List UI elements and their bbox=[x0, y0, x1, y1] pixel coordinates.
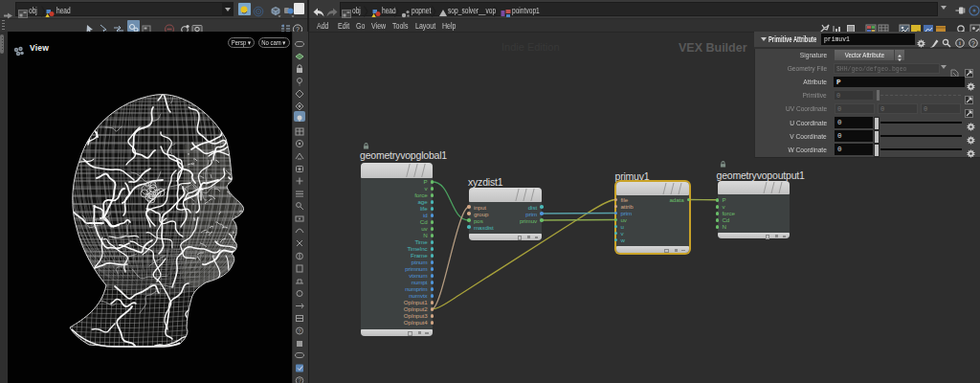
svg-text:?: ? bbox=[298, 377, 301, 383]
svg-text:i: i bbox=[959, 39, 961, 47]
svg-text:?: ? bbox=[971, 40, 975, 47]
